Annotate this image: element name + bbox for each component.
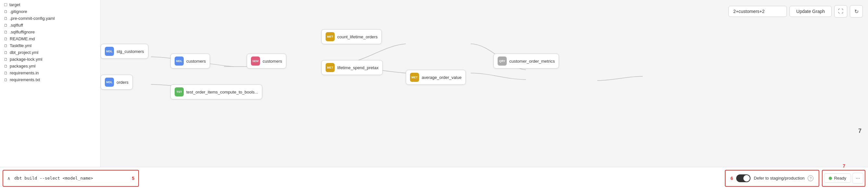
defer-label: Defer to staging/production — [754, 176, 804, 181]
sidebar-label-gitignore: .gitignore — [10, 9, 27, 14]
sidebar-label-dbtproject: dbt_project.yml — [10, 50, 38, 55]
refresh-button[interactable]: ↻ — [850, 5, 863, 18]
folder-icon: ☐ — [4, 3, 7, 7]
sidebar-label-target: target — [9, 2, 20, 7]
node-customers-sem[interactable]: SEM customers — [247, 54, 286, 68]
graph-page-number: 7 — [858, 128, 862, 134]
fullscreen-icon: ⛶ — [838, 8, 843, 14]
file-icon-2: 🗋 — [4, 23, 8, 28]
node-label-stg-customers: stg_customers — [117, 49, 144, 54]
node-orders[interactable]: MDL orders — [101, 75, 133, 90]
node-badge-orders: MDL — [105, 77, 114, 87]
graph-area: Update Graph ⛶ ↻ — [101, 0, 868, 167]
file-icon-0: 🗋 — [4, 9, 8, 14]
ready-label: Ready — [834, 176, 846, 181]
sidebar-label-sqlfluffignore: .sqlfluffignore — [10, 30, 35, 34]
defer-toggle[interactable] — [736, 175, 750, 182]
file-icon-9: 🗋 — [4, 71, 8, 75]
sidebar-item-gitignore[interactable]: 🗋 .gitignore — [0, 8, 100, 15]
node-badge-count-lifetime: MET — [326, 32, 335, 41]
ready-dot-icon — [829, 177, 832, 180]
sidebar: ☐ target 🗋 .gitignore 🗋 .pre-commit-conf… — [0, 0, 101, 167]
sidebar-label-sqlfluff: .sqlfluff — [10, 23, 23, 28]
file-icon-6: 🗋 — [4, 50, 8, 55]
sidebar-label-packages: packages.yml — [10, 64, 35, 68]
node-badge-customer-order: QRY — [498, 57, 507, 66]
graph-connections-svg — [101, 0, 868, 167]
graph-search-input[interactable] — [728, 6, 787, 17]
node-label-customer-order: customer_order_metrics — [509, 59, 555, 64]
file-icon-7: 🗋 — [4, 57, 8, 62]
node-customers-mdl[interactable]: MDL customers — [170, 54, 210, 68]
node-customer-order-metrics[interactable]: QRY customer_order_metrics — [493, 54, 559, 68]
chevron-up-icon[interactable]: ∧ — [7, 176, 10, 181]
update-graph-button[interactable]: Update Graph — [789, 6, 832, 17]
command-text: dbt build --select <model_name> — [14, 176, 128, 181]
sidebar-item-readme[interactable]: 🗋 README.md — [0, 35, 100, 42]
section7-number: 7 — [843, 163, 845, 168]
command-section: ∧ dbt build --select <model_name> 5 — [3, 170, 139, 187]
help-icon[interactable]: ? — [808, 176, 813, 181]
node-label-customers-sem: customers — [262, 59, 282, 64]
graph-toolbar: Update Graph ⛶ ↻ — [728, 5, 863, 18]
ready-section: 7 Ready ··· — [822, 170, 865, 187]
sidebar-label-requirements-txt: requirements.txt — [10, 77, 40, 82]
node-count-lifetime-orders[interactable]: MET count_lifetime_orders — [321, 29, 382, 44]
node-lifetime-spend[interactable]: MET lifetime_spend_pretax — [321, 60, 383, 75]
node-label-avg-order: average_order_value — [422, 75, 462, 80]
ready-button[interactable]: Ready — [824, 174, 851, 183]
main-container: ☐ target 🗋 .gitignore 🗋 .pre-commit-conf… — [0, 0, 868, 167]
file-icon-4: 🗋 — [4, 37, 8, 41]
more-options-button[interactable]: ··· — [852, 173, 864, 184]
sidebar-item-target[interactable]: ☐ target — [0, 1, 100, 8]
node-average-order-value[interactable]: MET average_order_value — [406, 70, 466, 85]
more-options-icon: ··· — [856, 176, 860, 181]
sidebar-label-readme: README.md — [10, 36, 35, 41]
bottom-bar: ∧ dbt build --select <model_name> 5 6 De… — [0, 167, 868, 189]
defer-section: 6 Defer to staging/production ? — [725, 170, 819, 187]
section6-number: 6 — [731, 176, 733, 181]
sidebar-item-packages[interactable]: 🗋 packages.yml — [0, 63, 100, 69]
node-badge-stg-customers: MDL — [105, 47, 114, 56]
section5-number: 5 — [132, 176, 134, 181]
sidebar-label-precommit: .pre-commit-config.yaml — [10, 16, 55, 21]
sidebar-item-packagelock[interactable]: 🗋 package-lock.yml — [0, 56, 100, 63]
sidebar-label-packagelock: package-lock.yml — [10, 57, 42, 62]
fullscreen-button[interactable]: ⛶ — [834, 5, 847, 18]
sidebar-label-taskfile: Taskfile.yml — [10, 43, 31, 48]
node-label-count-lifetime: count_lifetime_orders — [337, 34, 377, 39]
toggle-knob — [743, 175, 750, 182]
sidebar-label-requirements-in: requirements.in — [10, 70, 39, 75]
file-icon-3: 🗋 — [4, 30, 8, 34]
sidebar-item-requirements-txt[interactable]: 🗋 requirements.txt — [0, 76, 100, 83]
node-test-order-items[interactable]: TST test_order_items_compute_to_bools... — [170, 85, 262, 99]
file-icon-1: 🗋 — [4, 16, 8, 21]
sidebar-item-sqlfluffignore[interactable]: 🗋 .sqlfluffignore — [0, 29, 100, 35]
file-icon-10: 🗋 — [4, 77, 8, 82]
node-label-test-order: test_order_items_compute_to_bools... — [186, 90, 258, 94]
node-badge-lifetime-spend: MET — [326, 63, 335, 72]
node-badge-customers-sem: SEM — [251, 57, 260, 66]
node-badge-avg-order: MET — [410, 73, 419, 82]
node-badge-customers-mdl: MDL — [175, 57, 184, 66]
sidebar-item-taskfile[interactable]: 🗋 Taskfile.yml — [0, 42, 100, 49]
node-label-orders: orders — [117, 80, 128, 85]
sidebar-item-dbtproject[interactable]: 🗋 dbt_project.yml — [0, 49, 100, 56]
file-icon-8: 🗋 — [4, 64, 8, 68]
sidebar-item-requirements-in[interactable]: 🗋 requirements.in — [0, 69, 100, 76]
node-label-customers-mdl: customers — [186, 59, 206, 64]
sidebar-item-precommit[interactable]: 🗋 .pre-commit-config.yaml — [0, 15, 100, 22]
file-icon-5: 🗋 — [4, 43, 8, 48]
sidebar-item-sqlfluff[interactable]: 🗋 .sqlfluff — [0, 22, 100, 29]
node-stg-customers[interactable]: MDL stg_customers — [101, 44, 148, 59]
node-label-lifetime-spend: lifetime_spend_pretax — [337, 65, 378, 70]
node-badge-test-order: TST — [175, 87, 184, 96]
refresh-icon: ↻ — [855, 8, 859, 14]
